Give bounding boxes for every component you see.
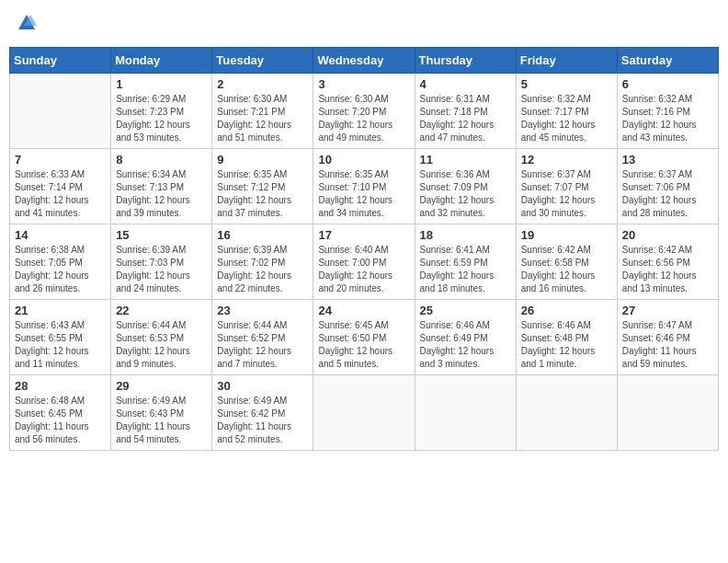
page-header: [9, 9, 719, 41]
calendar-cell: 13Sunrise: 6:37 AMSunset: 7:06 PMDayligh…: [617, 149, 718, 224]
day-of-week-header: Tuesday: [212, 48, 313, 74]
calendar-cell: 14Sunrise: 6:38 AMSunset: 7:05 PMDayligh…: [10, 224, 111, 300]
day-number: 10: [318, 153, 409, 167]
day-number: 9: [217, 153, 308, 167]
day-of-week-header: Wednesday: [313, 48, 415, 74]
day-number: 12: [521, 153, 612, 167]
day-number: 8: [116, 153, 207, 167]
calendar-cell: 9Sunrise: 6:35 AMSunset: 7:12 PMDaylight…: [212, 149, 313, 224]
calendar-week-row: 28Sunrise: 6:48 AMSunset: 6:45 PMDayligh…: [10, 375, 719, 451]
day-of-week-header: Saturday: [617, 48, 718, 74]
day-info: Sunrise: 6:39 AMSunset: 7:02 PMDaylight:…: [217, 244, 308, 295]
day-info: Sunrise: 6:38 AMSunset: 7:05 PMDaylight:…: [15, 244, 106, 295]
calendar-cell: 5Sunrise: 6:32 AMSunset: 7:17 PMDaylight…: [516, 74, 617, 149]
day-info: Sunrise: 6:47 AMSunset: 6:46 PMDaylight:…: [622, 319, 713, 371]
day-number: 16: [217, 228, 308, 242]
calendar-cell: 4Sunrise: 6:31 AMSunset: 7:18 PMDaylight…: [415, 74, 516, 149]
day-info: Sunrise: 6:32 AMSunset: 7:16 PMDaylight:…: [622, 93, 713, 144]
day-info: Sunrise: 6:48 AMSunset: 6:45 PMDaylight:…: [15, 395, 106, 446]
day-number: 5: [521, 77, 612, 91]
day-info: Sunrise: 6:42 AMSunset: 6:58 PMDaylight:…: [521, 244, 612, 295]
calendar-cell: 12Sunrise: 6:37 AMSunset: 7:07 PMDayligh…: [516, 149, 617, 224]
calendar-cell: 24Sunrise: 6:45 AMSunset: 6:50 PMDayligh…: [313, 300, 415, 375]
logo: [15, 13, 37, 38]
calendar-cell: 11Sunrise: 6:36 AMSunset: 7:09 PMDayligh…: [415, 149, 516, 224]
day-number: 2: [217, 77, 308, 91]
calendar-cell: 26Sunrise: 6:46 AMSunset: 6:48 PMDayligh…: [516, 300, 617, 375]
day-info: Sunrise: 6:44 AMSunset: 6:53 PMDaylight:…: [116, 319, 207, 371]
day-info: Sunrise: 6:39 AMSunset: 7:03 PMDaylight:…: [116, 244, 207, 295]
day-number: 22: [116, 304, 207, 317]
calendar-cell: 8Sunrise: 6:34 AMSunset: 7:13 PMDaylight…: [111, 149, 212, 224]
day-number: 14: [15, 228, 106, 242]
day-number: 27: [622, 304, 713, 317]
day-number: 25: [420, 304, 511, 317]
day-number: 11: [420, 153, 511, 167]
calendar-cell: [415, 375, 516, 451]
calendar-cell: 16Sunrise: 6:39 AMSunset: 7:02 PMDayligh…: [212, 224, 313, 300]
day-number: 21: [15, 304, 106, 317]
calendar-cell: 20Sunrise: 6:42 AMSunset: 6:56 PMDayligh…: [617, 224, 718, 300]
day-info: Sunrise: 6:32 AMSunset: 7:17 PMDaylight:…: [521, 93, 612, 144]
calendar-cell: [10, 74, 111, 149]
day-info: Sunrise: 6:44 AMSunset: 6:52 PMDaylight:…: [217, 319, 308, 371]
calendar-cell: 15Sunrise: 6:39 AMSunset: 7:03 PMDayligh…: [111, 224, 212, 300]
day-info: Sunrise: 6:33 AMSunset: 7:14 PMDaylight:…: [15, 168, 106, 220]
calendar-cell: 10Sunrise: 6:35 AMSunset: 7:10 PMDayligh…: [313, 149, 415, 224]
day-of-week-header: Friday: [516, 48, 617, 74]
calendar-cell: 2Sunrise: 6:30 AMSunset: 7:21 PMDaylight…: [212, 74, 313, 149]
day-info: Sunrise: 6:37 AMSunset: 7:06 PMDaylight:…: [622, 168, 713, 220]
day-number: 17: [318, 228, 409, 242]
calendar-cell: 23Sunrise: 6:44 AMSunset: 6:52 PMDayligh…: [212, 300, 313, 375]
day-info: Sunrise: 6:40 AMSunset: 7:00 PMDaylight:…: [318, 244, 409, 295]
day-of-week-header: Monday: [111, 48, 212, 74]
calendar-cell: 19Sunrise: 6:42 AMSunset: 6:58 PMDayligh…: [516, 224, 617, 300]
day-number: 29: [116, 379, 207, 393]
calendar-header-row: SundayMondayTuesdayWednesdayThursdayFrid…: [10, 48, 719, 74]
day-info: Sunrise: 6:45 AMSunset: 6:50 PMDaylight:…: [318, 319, 409, 371]
day-number: 3: [318, 77, 409, 91]
calendar-cell: 28Sunrise: 6:48 AMSunset: 6:45 PMDayligh…: [10, 375, 111, 451]
day-info: Sunrise: 6:30 AMSunset: 7:21 PMDaylight:…: [217, 93, 308, 144]
day-info: Sunrise: 6:37 AMSunset: 7:07 PMDaylight:…: [521, 168, 612, 220]
day-info: Sunrise: 6:31 AMSunset: 7:18 PMDaylight:…: [420, 93, 511, 144]
calendar-cell: 18Sunrise: 6:41 AMSunset: 6:59 PMDayligh…: [415, 224, 516, 300]
day-number: 15: [116, 228, 207, 242]
calendar-week-row: 21Sunrise: 6:43 AMSunset: 6:55 PMDayligh…: [10, 300, 719, 375]
calendar-cell: 25Sunrise: 6:46 AMSunset: 6:49 PMDayligh…: [415, 300, 516, 375]
day-number: 28: [15, 379, 106, 393]
day-number: 13: [622, 153, 713, 167]
day-info: Sunrise: 6:46 AMSunset: 6:48 PMDaylight:…: [521, 319, 612, 371]
day-info: Sunrise: 6:49 AMSunset: 6:42 PMDaylight:…: [217, 395, 308, 446]
calendar-week-row: 1Sunrise: 6:29 AMSunset: 7:23 PMDaylight…: [10, 74, 719, 149]
day-number: 20: [622, 228, 713, 242]
calendar-cell: 17Sunrise: 6:40 AMSunset: 7:00 PMDayligh…: [313, 224, 415, 300]
day-number: 26: [521, 304, 612, 317]
calendar-cell: [516, 375, 617, 451]
calendar-cell: 22Sunrise: 6:44 AMSunset: 6:53 PMDayligh…: [111, 300, 212, 375]
day-number: 4: [420, 77, 511, 91]
day-info: Sunrise: 6:34 AMSunset: 7:13 PMDaylight:…: [116, 168, 207, 220]
day-info: Sunrise: 6:29 AMSunset: 7:23 PMDaylight:…: [116, 93, 207, 144]
day-info: Sunrise: 6:35 AMSunset: 7:10 PMDaylight:…: [318, 168, 409, 220]
day-number: 19: [521, 228, 612, 242]
calendar-cell: 29Sunrise: 6:49 AMSunset: 6:43 PMDayligh…: [111, 375, 212, 451]
calendar-cell: [313, 375, 415, 451]
day-number: 7: [15, 153, 106, 167]
calendar-cell: 7Sunrise: 6:33 AMSunset: 7:14 PMDaylight…: [10, 149, 111, 224]
day-info: Sunrise: 6:46 AMSunset: 6:49 PMDaylight:…: [420, 319, 511, 371]
calendar-cell: 21Sunrise: 6:43 AMSunset: 6:55 PMDayligh…: [10, 300, 111, 375]
day-number: 23: [217, 304, 308, 317]
day-info: Sunrise: 6:49 AMSunset: 6:43 PMDaylight:…: [116, 395, 207, 446]
calendar-cell: 30Sunrise: 6:49 AMSunset: 6:42 PMDayligh…: [212, 375, 313, 451]
logo-icon: [17, 13, 37, 33]
calendar-cell: 1Sunrise: 6:29 AMSunset: 7:23 PMDaylight…: [111, 74, 212, 149]
calendar-week-row: 14Sunrise: 6:38 AMSunset: 7:05 PMDayligh…: [10, 224, 719, 300]
day-info: Sunrise: 6:35 AMSunset: 7:12 PMDaylight:…: [217, 168, 308, 220]
day-info: Sunrise: 6:41 AMSunset: 6:59 PMDaylight:…: [420, 244, 511, 295]
day-number: 6: [622, 77, 713, 91]
calendar-cell: [617, 375, 718, 451]
calendar-cell: 6Sunrise: 6:32 AMSunset: 7:16 PMDaylight…: [617, 74, 718, 149]
day-number: 18: [420, 228, 511, 242]
day-number: 24: [318, 304, 409, 317]
